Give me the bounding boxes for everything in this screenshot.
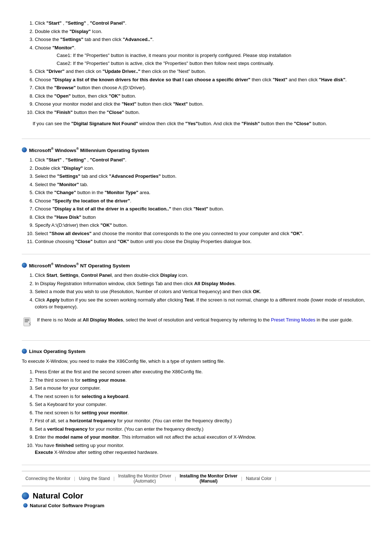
nt-step-3: Select a mode that you wish to use (Reso… <box>35 288 370 295</box>
win98-step-1: Click "Start" , "Setting" , "Control Pan… <box>35 20 370 27</box>
nt-note-box: If there is no Mode at All Display Modes… <box>22 315 370 329</box>
linux-step-9: Enter the model name of your monitor. Th… <box>35 434 370 441</box>
linux-step-5: Set a Keyboard for your computer. <box>35 401 370 408</box>
linux-step-3: Set a mouse for your computer. <box>35 385 370 392</box>
win98-step-5: Click "Driver" and then click on "Update… <box>35 68 370 75</box>
millennium-step-9: Specify A:\(D:\driver) then click "OK" b… <box>35 222 370 229</box>
nt-step-2: In Display Registration Information wind… <box>35 280 370 287</box>
linux-bullet <box>22 349 27 354</box>
millennium-step-4: Select the "Monitor" tab. <box>35 181 370 188</box>
linux-steps: Press Enter at the first and the second … <box>22 368 370 456</box>
natural-color-title: Natural Color <box>33 491 83 501</box>
win98-step-8: Click the "Open" button, then click "OK"… <box>35 93 370 100</box>
millennium-step-6: Choose "Specify the location of the driv… <box>35 197 370 205</box>
win98-case1: Case1: If the "Properties" button is ina… <box>57 52 370 59</box>
millennium-step-5: Click the "Change" button in the "Monito… <box>35 189 370 196</box>
win98-step-9: Choose your monitor model and click the … <box>35 100 370 108</box>
millennium-title-text: Microsoft® Windows® Millennium Operating… <box>29 147 149 153</box>
millennium-bullet <box>22 147 27 152</box>
win98-step-3: Choose the "Settings" tab and then click… <box>35 36 370 43</box>
nt-step-1: Click Start, Settings, Control Panel, an… <box>35 272 370 279</box>
win98-step-7: Click the "Browse" button then choose A:… <box>35 84 370 91</box>
svg-rect-1 <box>25 319 29 320</box>
nt-section: Microsoft® Windows® NT Operating System … <box>22 256 370 341</box>
millennium-step-2: Double click "Display" icon. <box>35 165 370 172</box>
nt-title: Microsoft® Windows® NT Operating System <box>22 262 370 268</box>
nt-title-text: Microsoft® Windows® NT Operating System <box>29 262 130 268</box>
millennium-step-11: Continue choosing "Close" button and "OK… <box>35 238 370 245</box>
nt-step-4: Click Apply button if you see the screen… <box>35 296 370 311</box>
linux-step-1: Press Enter at the first and the second … <box>35 368 370 376</box>
linux-step-10: You have finished setting up your monito… <box>35 442 370 456</box>
nt-steps: Click Start, Settings, Control Panel, an… <box>22 272 370 311</box>
linux-step-6: The next screen is for setting your moni… <box>35 409 370 416</box>
win98-step-6: Choose "Display a list of the known driv… <box>35 76 370 83</box>
win98-step-2: Double click the "Display" Icon. <box>35 28 370 35</box>
millennium-step-3: Select the "Settings" tab and click "Adv… <box>35 173 370 180</box>
footer-nav-natural-color[interactable]: Natural Color <box>242 476 275 481</box>
linux-section: Linux Operating System To execute X-Wind… <box>22 342 370 465</box>
natural-color-header: Natural Color <box>22 491 370 501</box>
preset-timing-link[interactable]: Preset Timing Modes <box>271 317 315 323</box>
linux-intro: To execute X-Window, you need to make th… <box>22 358 370 365</box>
footer-nav-install-manual[interactable]: Installing the Monitor Driver(Manual) <box>176 473 241 484</box>
win98-case2: Case2: If the "Properties" button is act… <box>57 60 370 67</box>
footer-nav-install-auto[interactable]: Installing the Monitor Driver(Automatic) <box>115 473 175 484</box>
natural-color-sub-bullet <box>23 503 28 508</box>
natural-color-sub: Natural Color Software Program <box>23 503 370 508</box>
win98-steps-part1: Click "Start" , "Setting" , "Control Pan… <box>22 20 370 116</box>
natural-color-section: Natural Color Natural Color Software Pro… <box>22 491 370 508</box>
nt-note-text: If there is no Mode at All Display Modes… <box>37 316 353 324</box>
win98-step-10: Click the "Finish" button then the "Clos… <box>35 109 370 116</box>
linux-step-4: The next screen is for selecting a keybo… <box>35 393 370 400</box>
note-icon <box>22 316 33 328</box>
footer-nav-stand[interactable]: Using the Stand <box>75 476 113 481</box>
linux-title-text: Linux Operating System <box>29 349 85 354</box>
footer-nav: Connecting the Monitor | Using the Stand… <box>22 471 370 486</box>
millennium-step-8: Click the "Have Disk" button <box>35 214 370 221</box>
natural-color-bullet <box>22 492 29 500</box>
win98-step-4: Choose "Monitor". Case1: If the "Propert… <box>35 44 370 67</box>
linux-step-7: First of all, set a horizontal frequency… <box>35 417 370 424</box>
svg-rect-2 <box>25 320 29 321</box>
linux-title: Linux Operating System <box>22 349 370 354</box>
footer-nav-connecting[interactable]: Connecting the Monitor <box>22 476 74 481</box>
millennium-step-1: Click "Start" , "Setting" , "Control Pan… <box>35 156 370 164</box>
millennium-title: Microsoft® Windows® Millennium Operating… <box>22 147 370 153</box>
digital-sig-note: If you can see the "Digital Signature No… <box>33 120 370 128</box>
linux-step-8: Set a vertical frequency for your monito… <box>35 426 370 433</box>
nt-bullet <box>22 263 27 268</box>
millennium-step-7: Choose "Display a list of all the driver… <box>35 205 370 213</box>
natural-color-subtitle: Natural Color Software Program <box>30 503 105 508</box>
millennium-section: Microsoft® Windows® Millennium Operating… <box>22 140 370 254</box>
millennium-steps: Click "Start" , "Setting" , "Control Pan… <box>22 156 370 245</box>
linux-step-2: The third screen is for setting your mou… <box>35 377 370 384</box>
millennium-step-10: Select "Show all devices" and choose the… <box>35 230 370 237</box>
win98-section: Click "Start" , "Setting" , "Control Pan… <box>22 11 370 139</box>
svg-rect-3 <box>25 321 28 322</box>
